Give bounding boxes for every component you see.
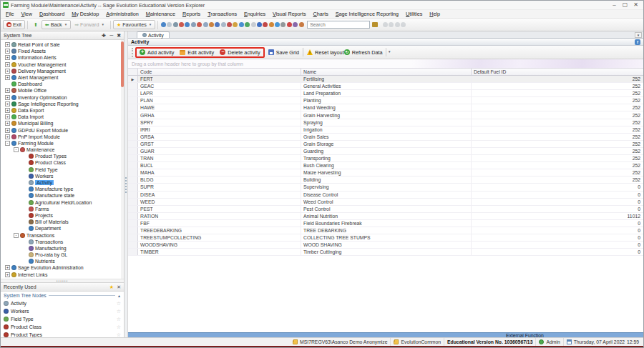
tree-item-agricultural-field-location[interactable]: Agricultural Field/Location [1, 199, 124, 206]
menu-item-view[interactable]: View [18, 10, 36, 19]
tree-item-voucher-management[interactable]: +Voucher Management [1, 61, 124, 68]
menu-item-charts[interactable]: Charts [310, 10, 332, 19]
table-row[interactable]: HAWEHand Weeding252 [128, 104, 643, 111]
tree-expand-icon[interactable]: + [5, 69, 10, 74]
tree-item-sage-evolution-administration[interactable]: +Sage Evolution Administration [1, 264, 124, 271]
tree-item-projects[interactable]: Projects [1, 212, 124, 219]
table-row[interactable]: GRSAGrain Sales252 [128, 134, 643, 141]
group-by-bar[interactable]: Drag a column header here to group by th… [128, 59, 643, 69]
table-row[interactable]: TRANTransporting252 [128, 155, 643, 162]
tree-expand-icon[interactable]: + [5, 272, 10, 277]
edit-activity-button[interactable]: Edit activity [180, 49, 214, 56]
tree-expand-icon[interactable]: + [5, 49, 10, 54]
tree-item-transactions[interactable]: -Transactions [1, 232, 124, 238]
table-row[interactable]: TREEDEBARKINGTREE DEBARKING0 [128, 227, 643, 234]
reset-layout-button[interactable]: Reset layout [307, 49, 344, 56]
tab-list-dropdown-icon[interactable]: ▼ [635, 32, 642, 38]
table-row[interactable]: WOODSHAVINGWOOD SHAVING0 [128, 242, 643, 249]
shortcut-icon-9[interactable] [209, 22, 214, 27]
tree-collapse-icon[interactable]: - [5, 141, 10, 146]
shortcut-icon-8[interactable] [203, 22, 208, 27]
menu-item-enquiries[interactable]: Enquiries [240, 10, 269, 19]
menu-item-dashboard[interactable]: Dashboard [36, 10, 68, 19]
tree-expand-icon[interactable]: + [5, 95, 10, 100]
shortcut-icon-2[interactable] [167, 22, 172, 27]
recent-item-field-type[interactable]: Field Type☆ [1, 315, 124, 323]
table-row[interactable]: GUARGuarding252 [128, 148, 643, 155]
shortcut-icon-6[interactable] [191, 22, 196, 27]
shortcut-icon-4[interactable] [179, 22, 184, 27]
tree-expand-icon[interactable]: + [5, 55, 10, 60]
table-row[interactable]: PLANPlanting252 [128, 97, 643, 104]
close-button[interactable]: ✕ [630, 1, 641, 9]
shortcut-icon-11[interactable] [221, 22, 226, 27]
shortcut-icon-20[interactable] [275, 22, 280, 27]
menu-item-reports[interactable]: Reports [179, 10, 204, 19]
tree-item-manufacture-type[interactable]: Manufacture type [1, 186, 124, 192]
search-go-icon[interactable] [372, 22, 378, 27]
favourites-dropdown-icon[interactable]: ▼ [149, 23, 152, 26]
table-row[interactable]: FBFField Boundaries Firebreak0 [128, 220, 643, 227]
table-row[interactable]: GEACGeneral Activities252 [128, 83, 643, 90]
menu-item-administration[interactable]: Administration [102, 10, 142, 19]
table-row[interactable]: TIMBERTimber Cuttinging0 [128, 249, 643, 256]
shortcut-icon-15[interactable] [245, 22, 250, 27]
tree-item-alert-management[interactable]: +Alert Management [1, 74, 124, 81]
tree-item-data-export[interactable]: +Data Export [1, 107, 124, 114]
panel-function-icon[interactable]: f [635, 39, 640, 45]
tree-expand-icon[interactable]: + [5, 114, 10, 119]
tree-close-button[interactable]: ✖ [117, 32, 121, 39]
recent-item-workers[interactable]: Workers☆ [1, 307, 124, 315]
menu-item-transactions[interactable]: Transactions [204, 10, 240, 19]
recent-group-row[interactable]: System Tree Nodes ▲ [1, 292, 124, 299]
menu-item-visual-reports[interactable]: Visual Reports [269, 10, 310, 19]
shortcut-icon-7[interactable] [197, 22, 202, 27]
tree-expand-icon[interactable]: + [5, 108, 10, 113]
table-row[interactable]: PESTPest Control0 [128, 206, 643, 213]
tree-item-inventory-optimisation[interactable]: +Inventory Optimisation [1, 94, 124, 101]
tree-item-field-type[interactable]: Field Type [1, 166, 124, 173]
tree-item-bill-of-materials[interactable]: Bill of Materials [1, 219, 124, 225]
search-input[interactable] [307, 21, 370, 29]
tab-activity[interactable]: Activity [137, 31, 170, 38]
home-button[interactable]: ⬆ [30, 21, 42, 29]
tree-collapse-icon[interactable]: - [14, 233, 19, 238]
back-button[interactable]: ⬅ Back ▼ [42, 20, 71, 29]
tree-expand-icon[interactable]: + [5, 101, 10, 106]
tree-item-retail-point-of-sale[interactable]: +Retail Point of Sale [1, 41, 124, 48]
recently-used-star-icon[interactable]: ★ [109, 284, 114, 290]
shortcut-icon-3[interactable] [173, 22, 178, 27]
tree-expand-icon[interactable]: + [5, 42, 10, 47]
tree-expand-icon[interactable]: + [5, 75, 10, 80]
tree-item-internet-links[interactable]: +Internet Links [1, 272, 124, 278]
tree-item-dashboard[interactable]: Dashboard [1, 81, 124, 87]
shortcut-icon-10[interactable] [215, 22, 220, 27]
table-row[interactable]: DISEADisease Control0 [128, 192, 643, 199]
tree-item-fixed-assets[interactable]: +Fixed Assets [1, 48, 124, 54]
tree-item-activity[interactable]: Activity [1, 179, 124, 186]
shortcut-icon-1[interactable] [161, 22, 166, 27]
shortcut-icon-16[interactable] [251, 22, 256, 27]
tree-item-information-alerts[interactable]: +Information Alerts [1, 54, 124, 61]
column-header-name[interactable]: Name [301, 69, 472, 75]
save-grid-button[interactable]: Save Grid [268, 49, 299, 56]
tree-expand-icon[interactable]: + [5, 121, 10, 126]
tree-expand-all-button[interactable]: ✚ [102, 32, 106, 39]
shortcut-icon-5[interactable] [185, 22, 190, 27]
shortcut-icon-22[interactable] [287, 22, 292, 27]
delete-activity-button[interactable]: −Delete activity [220, 49, 260, 56]
tree-collapse-icon[interactable]: - [14, 147, 19, 152]
table-row[interactable]: IRRIIrrigation252 [128, 126, 643, 134]
shortcut-icon-24[interactable] [299, 22, 304, 27]
table-row[interactable]: LAPRLand Preparation252 [128, 90, 643, 97]
add-activity-button[interactable]: +Add activity [140, 49, 174, 56]
maximize-button[interactable]: ▢ [620, 1, 630, 9]
table-row[interactable]: GRSTGrain Storage252 [128, 141, 643, 148]
table-row[interactable]: BLDGBuilding252 [128, 177, 643, 184]
favourite-star-icon[interactable]: ☆ [117, 301, 121, 307]
menu-item-maintenance[interactable]: Maintenance [142, 10, 179, 19]
forward-dropdown-icon[interactable]: ▼ [101, 23, 104, 26]
column-header-code[interactable]: Code [138, 69, 301, 75]
menu-item-my-desktop[interactable]: My Desktop [68, 10, 102, 19]
menu-item-help[interactable]: Help [426, 10, 444, 19]
